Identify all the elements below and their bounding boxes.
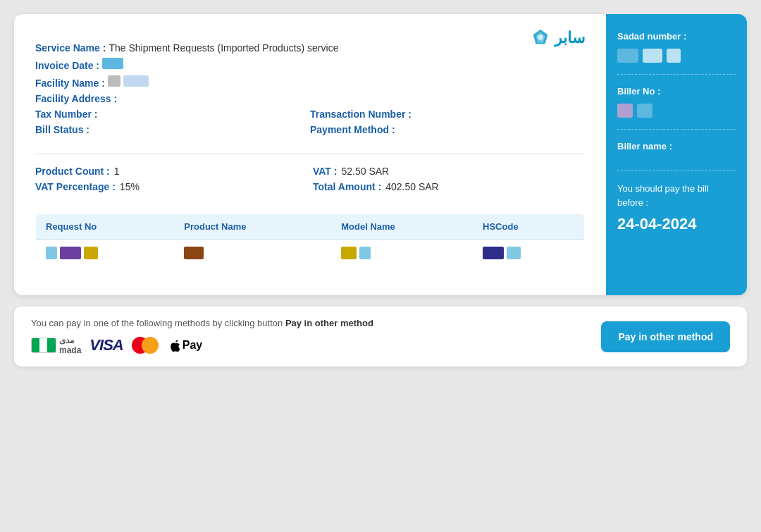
pay-date: 24-04-2024 [617, 215, 736, 233]
request-no-blocks [46, 247, 164, 259]
product-name-blocks [184, 247, 321, 259]
mc-yellow-circle [142, 337, 159, 354]
biller-name-section: Biller name : [617, 141, 736, 171]
vat-percentage-value: 15% [120, 181, 140, 192]
facility-name-value [108, 75, 149, 87]
bill-status-row: Bill Status : [35, 124, 310, 135]
facility-address-label: Facility Address : [35, 93, 117, 104]
biller-name-label: Biller name : [617, 141, 736, 151]
biller-no-section: Biller No : [617, 86, 736, 130]
vat-row: VAT : 52.50 SAR [313, 166, 585, 177]
product-count-value: 1 [114, 166, 120, 177]
payment-bar: You can pay in one of the following meth… [14, 307, 747, 366]
saber-logo-icon [531, 28, 550, 48]
invoice-table: Request No Product Name Model Name HSCod… [35, 214, 585, 267]
service-name-value: The Shipment Requests (Imported Products… [109, 42, 338, 54]
vat-percentage-label: VAT Percentage : [35, 181, 116, 192]
apple-icon [167, 338, 180, 353]
payment-text-regular: You can pay in one of the following meth… [31, 318, 285, 328]
invoice-date-row: Invoice Date : [35, 58, 585, 71]
info-section: Service Name : The Shipment Requests (Im… [35, 42, 585, 140]
invoice-date-value [102, 58, 123, 69]
sadad-block-3 [667, 49, 681, 63]
vat-value: 52.50 SAR [341, 166, 389, 177]
pay-before-label: You should pay the bill before : [617, 182, 736, 209]
block [359, 247, 371, 259]
col-model-name: Model Name [331, 214, 473, 240]
block [46, 247, 57, 259]
table-header-row: Request No Product Name Model Name HSCod… [36, 214, 585, 240]
total-amount-row: Total Amount : 402.50 SAR [313, 181, 585, 192]
cell-hscode [473, 240, 584, 267]
block [60, 247, 81, 259]
payment-bar-left: You can pay in one of the following meth… [31, 318, 373, 355]
tax-number-label: Tax Number : [35, 109, 97, 120]
block [84, 247, 98, 259]
mada-logo: مدىmada [31, 335, 81, 355]
block [341, 247, 357, 259]
model-name-blocks [341, 247, 463, 259]
sadad-block-1 [617, 49, 638, 63]
sadad-section: Sadad number : [617, 31, 736, 75]
logo-text: سابر [555, 29, 585, 47]
logo-area: سابر [531, 28, 585, 48]
left-stats: Product Count : 1 VAT Percentage : 15% [35, 166, 307, 197]
facility-address-row: Facility Address : [35, 93, 585, 104]
cell-model-name [331, 240, 473, 267]
total-amount-label: Total Amount : [313, 181, 381, 192]
mada-text: مدىmada [59, 335, 81, 355]
payment-icons: مدىmada VISA Pay [31, 335, 373, 355]
block [483, 247, 504, 259]
vat-percentage-row: VAT Percentage : 15% [35, 181, 307, 192]
apple-pay-text: Pay [182, 339, 202, 352]
cell-request-no [36, 240, 175, 267]
facility-name-label: Facility Name : [35, 78, 105, 89]
biller-block-2 [637, 104, 652, 118]
sadad-block-2 [643, 49, 662, 63]
col-hscode: HSCode [473, 214, 584, 240]
payment-info-text: You can pay in one of the following meth… [31, 318, 373, 328]
redact-block [102, 58, 123, 69]
payment-method-label: Payment Method : [310, 124, 395, 135]
service-name-label: Service Name : [35, 42, 106, 54]
right-stats: VAT : 52.50 SAR Total Amount : 402.50 SA… [313, 166, 585, 197]
svg-point-2 [538, 35, 543, 39]
visa-logo: VISA [89, 336, 123, 354]
tax-number-row: Tax Number : [35, 109, 310, 120]
invoice-date-label: Invoice Date : [35, 60, 99, 71]
sidebar: Sadad number : Biller No : Biller name :… [606, 14, 747, 295]
biller-block-1 [617, 104, 633, 118]
mada-stripe [31, 338, 56, 353]
sadad-label: Sadad number : [617, 31, 736, 42]
service-name-row: Service Name : The Shipment Requests (Im… [35, 42, 585, 54]
vat-label: VAT : [313, 166, 337, 177]
sadad-value [617, 49, 736, 63]
divider [35, 154, 585, 154]
redact-block [108, 75, 120, 87]
biller-no-value [617, 104, 736, 118]
transaction-number-label: Transaction Number : [310, 109, 412, 120]
col-request-no: Request No [36, 214, 175, 240]
stats-section: Product Count : 1 VAT Percentage : 15% V… [35, 166, 585, 197]
block [184, 247, 204, 259]
total-amount-value: 402.50 SAR [385, 181, 439, 192]
transaction-number-row: Transaction Number : [310, 109, 585, 120]
redact-block [123, 75, 149, 87]
apple-pay-logo: Pay [167, 338, 202, 353]
pay-date-section: You should pay the bill before : 24-04-2… [617, 182, 736, 245]
hscode-blocks [483, 247, 574, 259]
pay-other-method-button[interactable]: Pay in other method [601, 321, 730, 352]
payment-text-bold: Pay in other method [285, 318, 373, 328]
invoice-content: سابر Service Name : The Shipment Request… [14, 14, 606, 295]
payment-method-row: Payment Method : [310, 124, 585, 135]
biller-no-label: Biller No : [617, 86, 736, 97]
bill-status-label: Bill Status : [35, 124, 89, 135]
info-grid: Tax Number : Transaction Number : Bill S… [35, 109, 585, 140]
col-product-name: Product Name [174, 214, 331, 240]
cell-product-name [174, 240, 331, 267]
table-row [36, 240, 585, 267]
product-count-label: Product Count : [35, 166, 110, 177]
mastercard-logo [132, 337, 159, 354]
product-count-row: Product Count : 1 [35, 166, 307, 177]
block [507, 247, 521, 259]
